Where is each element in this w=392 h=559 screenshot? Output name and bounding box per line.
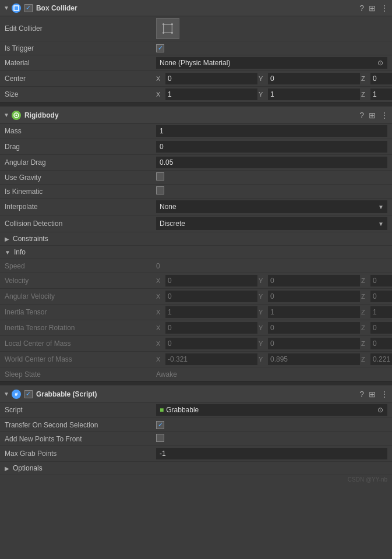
center-z-label: Z bbox=[361, 75, 368, 82]
script-select-icon[interactable]: ⊙ bbox=[373, 404, 387, 416]
velocity-y-label: Y bbox=[259, 277, 266, 284]
local-com-xyz: X Y Z bbox=[156, 338, 392, 349]
rigidbody-help-icon[interactable]: ? bbox=[359, 111, 364, 120]
world-com-z-label: Z bbox=[361, 356, 368, 363]
grabbable-header: ▼ # Grabbable (Script) ? ⊞ ⋮ bbox=[0, 386, 392, 402]
grabbable-section: Script ■ Grabbable ⊙ Transfer On Second … bbox=[0, 402, 392, 475]
world-center-of-mass-label: World Center of Mass bbox=[5, 355, 156, 363]
rigidbody-more-icon[interactable]: ⋮ bbox=[380, 111, 389, 120]
grabbable-more-icon[interactable]: ⋮ bbox=[380, 390, 389, 399]
itr-x-input bbox=[165, 322, 257, 334]
rigidbody-header-icons: ? ⊞ ⋮ bbox=[359, 111, 389, 120]
watermark: CSDN @YY-nb bbox=[0, 475, 392, 484]
is-kinematic-checkbox[interactable] bbox=[156, 186, 164, 194]
local-center-of-mass-row: Local Center of Mass X Y Z bbox=[0, 336, 392, 352]
size-z-input[interactable] bbox=[370, 89, 392, 100]
script-field[interactable]: ■ Grabbable bbox=[156, 404, 373, 416]
interpolate-label: Interpolate bbox=[5, 203, 156, 211]
box-collider-more-icon[interactable]: ⋮ bbox=[380, 3, 389, 13]
world-center-of-mass-row: World Center of Mass X Y Z bbox=[0, 352, 392, 367]
drag-label: Drag bbox=[5, 143, 156, 151]
svg-point-3 bbox=[171, 23, 173, 25]
max-grab-points-input[interactable] bbox=[156, 448, 387, 459]
speed-row: Speed 0 bbox=[0, 259, 392, 273]
constraints-row[interactable]: ▶ Constraints bbox=[0, 232, 392, 246]
itr-z-input bbox=[370, 322, 392, 334]
size-y-input[interactable] bbox=[268, 89, 360, 100]
local-com-x-input bbox=[165, 338, 257, 349]
grabbable-enabled-toggle[interactable] bbox=[24, 390, 33, 398]
angular-drag-value bbox=[156, 157, 387, 168]
size-x-input[interactable] bbox=[165, 89, 257, 100]
is-trigger-value bbox=[156, 44, 387, 52]
collision-detection-dropdown-value: Discrete bbox=[160, 220, 185, 228]
collision-detection-dropdown[interactable]: Discrete ▼ bbox=[156, 217, 387, 230]
divider-1 bbox=[0, 102, 392, 107]
edit-collider-button[interactable] bbox=[156, 18, 179, 39]
material-field[interactable]: None (Physic Material) bbox=[156, 57, 373, 69]
rigidbody-adjust-icon[interactable]: ⊞ bbox=[369, 111, 376, 120]
grabbable-adjust-icon[interactable]: ⊞ bbox=[369, 390, 376, 399]
max-grab-points-label: Max Grab Points bbox=[5, 450, 156, 458]
edit-collider-value bbox=[156, 18, 387, 39]
velocity-row: Velocity X Y Z bbox=[0, 273, 392, 289]
center-z-input[interactable] bbox=[370, 73, 392, 84]
box-collider-arrow[interactable]: ▼ bbox=[3, 5, 9, 11]
box-collider-adjust-icon[interactable]: ⊞ bbox=[369, 3, 376, 13]
grabbable-icon: # bbox=[12, 390, 21, 399]
is-trigger-checkbox[interactable] bbox=[156, 44, 164, 52]
interpolate-dropdown[interactable]: None ▼ bbox=[156, 200, 387, 213]
transfer-on-second-selection-checkbox[interactable] bbox=[156, 421, 164, 429]
use-gravity-value bbox=[156, 172, 387, 182]
material-select-icon[interactable]: ⊙ bbox=[373, 57, 387, 69]
local-com-y-input bbox=[268, 338, 360, 349]
grabbable-help-icon[interactable]: ? bbox=[359, 390, 364, 399]
speed-label: Speed bbox=[5, 262, 156, 270]
center-row: Center X Y Z bbox=[0, 71, 392, 87]
angular-velocity-row: Angular Velocity X Y Z bbox=[0, 289, 392, 305]
center-y-input[interactable] bbox=[268, 73, 360, 84]
angular-velocity-xyz: X Y Z bbox=[156, 291, 392, 302]
interpolate-dropdown-arrow: ▼ bbox=[378, 204, 384, 210]
info-label: Info bbox=[14, 248, 26, 256]
grabbable-arrow[interactable]: ▼ bbox=[3, 391, 9, 397]
box-collider-help-icon[interactable]: ? bbox=[359, 3, 364, 13]
edit-collider-label: Edit Collider bbox=[5, 24, 156, 33]
center-x-input[interactable] bbox=[165, 73, 257, 84]
add-new-points-to-front-checkbox[interactable] bbox=[156, 434, 164, 442]
angular-drag-label: Angular Drag bbox=[5, 158, 156, 167]
optionals-row[interactable]: ▶ Optionals bbox=[0, 462, 392, 475]
box-collider-enabled-toggle[interactable] bbox=[24, 4, 33, 12]
optionals-label: Optionals bbox=[13, 464, 43, 472]
constraints-arrow: ▶ bbox=[5, 236, 9, 242]
box-collider-header: ▼ Box Collider ? ⊞ ⋮ bbox=[0, 0, 392, 16]
inertia-tensor-x-label: X bbox=[156, 309, 163, 316]
local-com-z-label: Z bbox=[361, 340, 368, 347]
itr-x-label: X bbox=[156, 324, 163, 331]
box-collider-section: Edit Collider Is Trigger Material None (… bbox=[0, 16, 392, 102]
collision-detection-row: Collision Detection Discrete ▼ bbox=[0, 215, 392, 232]
mass-input[interactable] bbox=[156, 125, 387, 137]
info-row[interactable]: ▼ Info bbox=[0, 246, 392, 259]
is-trigger-row: Is Trigger bbox=[0, 41, 392, 55]
divider-2 bbox=[0, 381, 392, 386]
inertia-tensor-z-label: Z bbox=[361, 309, 368, 316]
angular-drag-row: Angular Drag bbox=[0, 155, 392, 171]
velocity-y-input bbox=[268, 275, 360, 286]
rigidbody-arrow[interactable]: ▼ bbox=[3, 112, 9, 118]
use-gravity-checkbox[interactable] bbox=[156, 172, 164, 181]
angular-drag-input[interactable] bbox=[156, 157, 387, 168]
transfer-on-second-selection-value bbox=[156, 420, 387, 429]
is-trigger-label: Is Trigger bbox=[5, 44, 156, 52]
inertia-tensor-rotation-xyz: X Y Z bbox=[156, 322, 392, 334]
drag-row: Drag bbox=[0, 139, 392, 155]
add-new-points-to-front-label: Add New Points To Front bbox=[5, 435, 156, 443]
rigidbody-header: ▼ Rigidbody ? ⊞ ⋮ bbox=[0, 107, 392, 123]
use-gravity-row: Use Gravity bbox=[0, 171, 392, 185]
material-row: Material None (Physic Material) ⊙ bbox=[0, 55, 392, 71]
add-new-points-to-front-row: Add New Points To Front bbox=[0, 432, 392, 446]
speed-value: 0 bbox=[156, 262, 387, 270]
drag-input[interactable] bbox=[156, 141, 387, 153]
inertia-tensor-x-input bbox=[165, 306, 257, 318]
svg-rect-1 bbox=[164, 24, 172, 33]
